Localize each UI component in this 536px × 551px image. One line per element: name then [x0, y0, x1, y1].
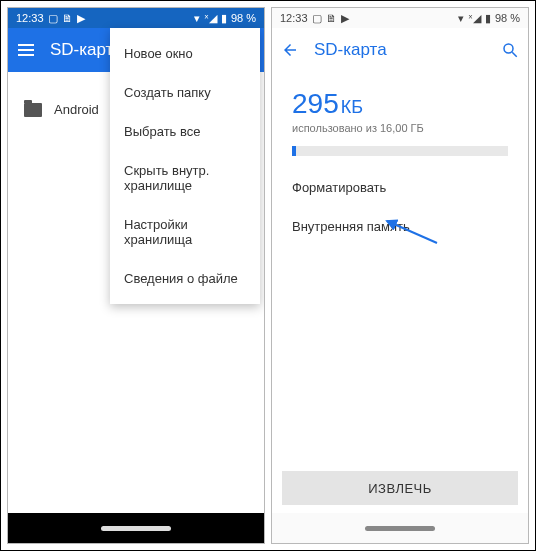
image-icon: ▢	[312, 12, 322, 25]
used-space: 295КБ	[292, 88, 508, 120]
status-bar: 12:33 ▢ 🗎 ▶ ▾ ˣ◢ ▮ 98 %	[8, 8, 264, 28]
eject-button[interactable]: ИЗВЛЕЧЬ	[282, 471, 518, 505]
home-pill[interactable]	[101, 526, 171, 531]
hamburger-icon	[18, 49, 34, 51]
play-icon: ▶	[341, 12, 349, 25]
usage-bar	[292, 146, 508, 156]
wifi-icon: ▾	[458, 12, 464, 25]
menu-item-create-folder[interactable]: Создать папку	[110, 73, 260, 112]
used-unit: КБ	[341, 97, 363, 117]
status-time: 12:33	[280, 12, 308, 24]
menu-button[interactable]	[16, 40, 36, 60]
page-title: SD-карта	[314, 40, 486, 60]
battery-icon: ▮	[221, 12, 227, 25]
nav-bar	[8, 513, 264, 543]
back-button[interactable]	[280, 40, 300, 60]
nav-bar	[272, 513, 528, 543]
menu-item-storage-settings[interactable]: Настройки хранилища	[110, 205, 260, 259]
play-icon: ▶	[77, 12, 85, 25]
arrow-back-icon	[281, 41, 299, 59]
option-format[interactable]: Форматировать	[292, 180, 508, 195]
status-bar: 12:33 ▢ 🗎 ▶ ▾ ˣ◢ ▮ 98 %	[272, 8, 528, 28]
app-bar: SD-карта	[272, 28, 528, 72]
svg-line-2	[512, 52, 517, 57]
wifi-icon: ▾	[194, 12, 200, 25]
eject-label: ИЗВЛЕЧЬ	[368, 481, 432, 496]
menu-item-file-info[interactable]: Сведения о файле	[110, 259, 260, 298]
phone-left: 12:33 ▢ 🗎 ▶ ▾ ˣ◢ ▮ 98 % SD-карта Android	[7, 7, 265, 544]
option-internal-memory[interactable]: Внутренняя память	[292, 219, 508, 234]
folder-icon	[24, 103, 42, 117]
search-button[interactable]	[500, 40, 520, 60]
menu-item-hide-internal[interactable]: Скрыть внутр. хранилище	[110, 151, 260, 205]
signal-x-icon: ˣ◢	[468, 12, 481, 25]
search-icon	[501, 41, 519, 59]
image-icon: ▢	[48, 12, 58, 25]
file-icon: 🗎	[326, 12, 337, 24]
phone-right: 12:33 ▢ 🗎 ▶ ▾ ˣ◢ ▮ 98 % SD-карта	[271, 7, 529, 544]
usage-bar-fill	[292, 146, 296, 156]
battery-pct: 98 %	[231, 12, 256, 24]
file-icon: 🗎	[62, 12, 73, 24]
menu-item-select-all[interactable]: Выбрать все	[110, 112, 260, 151]
menu-item-new-window[interactable]: Новое окно	[110, 34, 260, 73]
battery-pct: 98 %	[495, 12, 520, 24]
home-pill[interactable]	[365, 526, 435, 531]
signal-x-icon: ˣ◢	[204, 12, 217, 25]
overflow-menu: Новое окно Создать папку Выбрать все Скр…	[110, 28, 260, 304]
used-value: 295	[292, 88, 339, 119]
svg-point-1	[504, 44, 513, 53]
folder-name: Android	[54, 102, 99, 117]
storage-summary: 295КБ использовано из 16,00 ГБ Форматиро…	[272, 72, 528, 234]
used-caption: использовано из 16,00 ГБ	[292, 122, 508, 134]
status-time: 12:33	[16, 12, 44, 24]
battery-icon: ▮	[485, 12, 491, 25]
